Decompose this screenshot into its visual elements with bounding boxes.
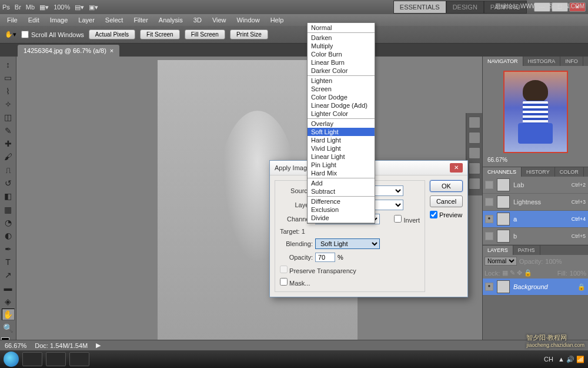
history-brush-icon[interactable]: ↺ (2, 177, 15, 189)
hand-tool-icon[interactable]: ✋ (2, 309, 15, 320)
blend-vivid-light[interactable]: Vivid Light (308, 144, 375, 152)
path-tool-icon[interactable]: ↗ (2, 269, 15, 281)
menu-file[interactable]: File (2, 15, 22, 25)
cancel-button[interactable]: Cancel (430, 195, 463, 207)
zoom-level[interactable]: 100% (54, 4, 70, 11)
blending-select[interactable]: Soft Light (315, 238, 380, 249)
menu-edit[interactable]: Edit (24, 15, 44, 25)
invert-checkbox[interactable]: Invert (387, 215, 420, 224)
fit-screen-button[interactable]: Fit Screen (140, 29, 180, 39)
view-icon[interactable]: ▣▾ (89, 4, 98, 11)
status-doc[interactable]: Doc: 1.54M/1.54M (35, 342, 88, 349)
tab-info[interactable]: INFO (560, 57, 583, 66)
channel-row-lightness[interactable]: LightnessCtrl+3 (483, 194, 588, 211)
properties-panel-icon[interactable] (469, 163, 480, 174)
fill-screen-button[interactable]: Fill Screen (185, 29, 225, 39)
move-tool-icon[interactable]: ↕ (2, 59, 15, 71)
tab-layers[interactable]: LAYERS (483, 246, 513, 255)
menu-image[interactable]: Image (45, 15, 73, 25)
channel-row-lab[interactable]: LabCtrl+2 (483, 177, 588, 194)
task-lr-icon[interactable] (46, 352, 66, 366)
start-button[interactable] (4, 352, 19, 367)
blend-linear-light[interactable]: Linear Light (308, 152, 375, 161)
tab-color[interactable]: COLOR (555, 167, 584, 177)
gradient-tool-icon[interactable]: ▦ (2, 203, 15, 215)
tray-lang[interactable]: CH (544, 356, 553, 363)
print-size-button[interactable]: Print Size (230, 29, 268, 39)
layer-blend-select[interactable]: Normal (485, 257, 517, 266)
layer-row-background[interactable]: Background 🔒 (483, 279, 588, 296)
workspace-design[interactable]: DESIGN (446, 1, 484, 14)
menu-3d[interactable]: 3D (189, 15, 206, 25)
layer-visibility-icon[interactable] (485, 283, 493, 291)
bridge-icon[interactable]: Br (15, 4, 21, 11)
menu-select[interactable]: Select (101, 15, 128, 25)
fill-value[interactable]: 100% (570, 270, 586, 277)
channel-visibility-icon[interactable] (485, 181, 493, 189)
tab-history2[interactable]: HISTORY (522, 167, 555, 177)
menu-filter[interactable]: Filter (129, 15, 152, 25)
tray-icons[interactable]: ▲ 🔊 📶 (558, 356, 584, 363)
blend-subtract[interactable]: Subtract (308, 187, 375, 195)
blend-normal[interactable]: Normal (308, 24, 375, 32)
workspace-essentials[interactable]: ESSENTIALS (393, 1, 446, 14)
actual-pixels-button[interactable]: Actual Pixels (89, 29, 135, 39)
blend-exclusion[interactable]: Exclusion (308, 205, 375, 214)
opacity-value[interactable]: 100% (545, 258, 562, 265)
dialog-close-button[interactable]: ✕ (450, 163, 463, 173)
blend-lighter-color[interactable]: Lighter Color (308, 110, 375, 118)
tab-channels[interactable]: CHANNELS (483, 167, 522, 177)
blend-hard-mix[interactable]: Hard Mix (308, 169, 375, 177)
channel-visibility-icon[interactable] (485, 232, 493, 240)
3d-tool-icon[interactable]: ◈ (2, 296, 15, 307)
brush-tool-icon[interactable]: 🖌 (2, 151, 15, 163)
marquee-tool-icon[interactable]: ▭ (2, 72, 15, 84)
blend-multiply[interactable]: Multiply (308, 42, 375, 50)
close-tab-icon[interactable]: × (110, 47, 113, 54)
tab-paths[interactable]: PATHS (513, 246, 540, 255)
preview-checkbox[interactable]: Preview (430, 211, 463, 218)
blend-pin-light[interactable]: Pin Light (308, 161, 375, 169)
menu-view[interactable]: View (208, 15, 231, 25)
blend-add[interactable]: Add (308, 179, 375, 187)
blend-soft-light[interactable]: Soft Light (308, 128, 375, 136)
tab-histogram[interactable]: HISTOGRA (523, 57, 561, 66)
blend-difference[interactable]: Difference (308, 197, 375, 205)
pen-tool-icon[interactable]: ✒ (2, 243, 15, 254)
mb-panel-icon[interactable] (469, 117, 480, 128)
mb-icon[interactable]: Mb (26, 4, 35, 11)
type-tool-icon[interactable]: T (2, 256, 15, 268)
crop-tool-icon[interactable]: ◫ (2, 111, 15, 123)
blend-hard-light[interactable]: Hard Light (308, 136, 375, 144)
blend-darker-color[interactable]: Darker Color (308, 67, 375, 75)
menu-analysis[interactable]: Analysis (154, 15, 188, 25)
blend-darken[interactable]: Darken (308, 34, 375, 42)
dodge-tool-icon[interactable]: ◐ (2, 230, 15, 241)
navigator-zoom[interactable]: 66.67% (485, 155, 586, 164)
menu-window[interactable]: Window (232, 15, 265, 25)
ok-button[interactable]: OK (430, 180, 463, 192)
tab-navigator[interactable]: NAVIGATOR (483, 57, 523, 66)
zoom-tool-icon[interactable]: 🔍 (2, 321, 15, 333)
blend-screen[interactable]: Screen (308, 85, 375, 93)
status-zoom[interactable]: 66.67% (5, 342, 26, 349)
task-ps-icon[interactable] (22, 352, 42, 366)
channel-row-a[interactable]: aCtrl+4 (483, 211, 588, 228)
status-arrow-icon[interactable]: ▶ (96, 342, 101, 349)
hand-tool-icon[interactable]: ✋▾ (5, 31, 16, 38)
opacity-input[interactable] (315, 253, 335, 262)
navigator-thumbnail[interactable] (503, 71, 568, 153)
blend-linear-dodge-add-[interactable]: Linear Dodge (Add) (308, 101, 375, 110)
brush-panel-icon[interactable] (469, 178, 480, 190)
menu-help[interactable]: Help (266, 15, 289, 25)
channel-row-b[interactable]: bCtrl+5 (483, 228, 588, 245)
hand-icon[interactable]: ▤▾ (75, 4, 84, 11)
blend-linear-burn[interactable]: Linear Burn (308, 58, 375, 67)
channel-visibility-icon[interactable] (485, 215, 493, 223)
mask-checkbox[interactable]: Mask... (280, 278, 310, 287)
eraser-tool-icon[interactable]: ◧ (2, 190, 15, 202)
blend-divide[interactable]: Divide (308, 214, 375, 222)
menu-layer[interactable]: Layer (74, 15, 99, 25)
history-panel-icon[interactable] (469, 132, 480, 144)
stamp-tool-icon[interactable]: ⎍ (2, 164, 15, 176)
